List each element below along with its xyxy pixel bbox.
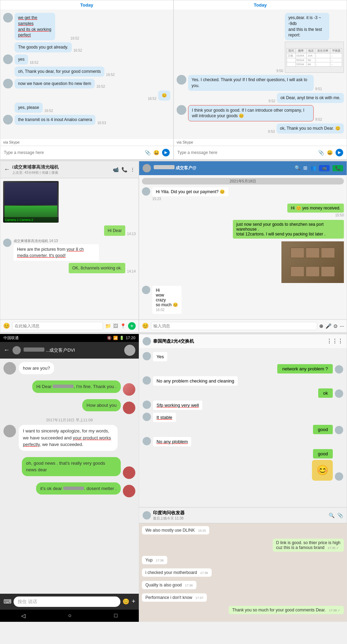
msg-row: We also mostly use DLINK 15:25 <box>142 526 344 536</box>
chat-messages-right: 9:50 yes,dear. it is -3 ~ -9dband this i… <box>174 10 347 138</box>
add-icon[interactable]: + <box>128 322 136 330</box>
avatar <box>3 54 13 64</box>
message-bubble: The goods you got already. <box>15 42 72 52</box>
msg-row: it's ok dear . dosent metter . <box>3 482 135 498</box>
chat-input-bar-left[interactable]: 📎 😀 ▶ <box>0 146 173 159</box>
msg-row: No any problem checking and cleaning <box>143 376 343 386</box>
message-bubble: Yes. I checked. Thank you! If I find oth… <box>188 75 314 91</box>
search-icon-whatsapp[interactable]: 🔍 <box>329 513 335 518</box>
avatar <box>143 164 151 172</box>
message-time: 15:23 <box>152 197 228 201</box>
msg-row: D link is good. so thier price is highcu… <box>142 539 344 554</box>
paperclip-icon[interactable]: 📎 <box>145 150 151 155</box>
message-bubble: good <box>313 425 333 434</box>
paperclip-icon-whatsapp[interactable]: 📎 <box>337 513 343 518</box>
avatar-header <box>143 511 151 520</box>
emoji-button-phone[interactable]: 😊 <box>122 598 129 605</box>
users-icon[interactable]: 👥 <box>310 165 316 171</box>
middle-right-input-bar[interactable]: 😊 ⊕ 🎤 ⊙ ··· <box>139 319 347 332</box>
message-time: 15:50 <box>287 213 344 217</box>
message-time: 16:52 <box>74 49 82 52</box>
wechat-message-input[interactable] <box>12 322 103 330</box>
keyboard-icon[interactable]: ⌨ <box>3 598 11 605</box>
msg-row: I think your goods is good. If I can int… <box>177 105 344 122</box>
emoji-button[interactable]: 😊 <box>3 323 10 329</box>
camera-images-row: Camera 1 Camera 2 <box>3 181 136 223</box>
search-icon[interactable]: 🔍 <box>295 165 301 171</box>
avatar <box>142 187 150 196</box>
msg-row <box>142 241 344 283</box>
video-icon[interactable]: 📹 <box>113 167 119 172</box>
message-time: 16:53 <box>97 121 106 125</box>
emoji-icon[interactable]: 😊 <box>142 323 149 329</box>
phone-call-button[interactable]: 📞 <box>332 165 343 171</box>
msg-row: It stable <box>143 413 343 422</box>
send-button-right[interactable]: ▶ <box>336 149 343 156</box>
avatar-header <box>143 337 151 345</box>
phone-nav-bar: ◁ ○ □ <box>0 610 139 622</box>
middle-chat-row: ← /成交柬埔寨高清光端机 上次至: 43分钟前 | 传媒 | 搜索 📹 📞 ⋮ <box>0 161 347 333</box>
avatar <box>3 79 13 88</box>
sender-avatar <box>335 472 343 481</box>
video-call-button[interactable]: 📹 <box>319 165 330 171</box>
via-skype-label: via Skype <box>0 138 173 146</box>
panel-title: 泰国闸盘2光4交换机 <box>153 338 194 344</box>
msg-row: ok <box>143 388 343 398</box>
message-bubble: We also mostly use DLINK 15:25 <box>142 526 209 534</box>
attach-icon[interactable]: 📁 <box>105 323 111 329</box>
message-bubble: OK, 8channels working ok. <box>69 263 125 273</box>
carrier-label: 中国联通 <box>3 335 19 341</box>
more-icon-2[interactable]: ⊕ <box>319 323 323 329</box>
message-time: 15:25 <box>198 529 206 532</box>
phone-messages: how are you? Hi Dear , I'm fine. Thank y… <box>0 359 139 594</box>
boxes-image <box>281 241 344 283</box>
image-icon[interactable]: 🖼 <box>113 323 118 329</box>
phone-header: ← ...成交客户DVI <box>0 342 139 359</box>
more-button-phone[interactable]: + <box>132 598 135 605</box>
wechat-header-left: ← /成交柬埔寨高清光端机 上次至: 43分钟前 | 传媒 | 搜索 📹 📞 ⋮ <box>0 161 138 178</box>
more-button[interactable]: ⋮⋮⋮ <box>327 338 343 344</box>
msg-row: Hi Yilia. Did you get our payment? 😊 15:… <box>142 187 344 201</box>
location-icon[interactable]: 📍 <box>120 323 126 329</box>
nav-home-button[interactable]: ○ <box>68 612 71 619</box>
chat-input-bar-right[interactable]: 📎 😀 ▶ <box>174 146 347 159</box>
emoji-icon[interactable]: 😀 <box>327 150 333 155</box>
message-bubble: 😊 <box>158 91 170 101</box>
emoji-icon[interactable]: 😀 <box>153 150 159 155</box>
wechat-input-bar-left[interactable]: 😊 📁 🖼 📍 + <box>0 319 138 332</box>
avatar <box>3 115 13 124</box>
message-time: 9:52 <box>269 99 275 103</box>
nav-back-button[interactable]: ◁ <box>21 612 25 619</box>
grid-icon[interactable]: ⊞ <box>303 165 307 171</box>
paperclip-icon[interactable]: 📎 <box>318 150 324 155</box>
wifi-icon: 🔇 <box>107 336 112 340</box>
message-input[interactable] <box>151 322 317 330</box>
message-input-right[interactable] <box>177 150 318 155</box>
network-chat-messages: Yes network any problem ? No any problem… <box>139 349 347 507</box>
message-time: 17:36 <box>156 559 164 562</box>
phone-input-bar[interactable]: ⌨ 按住 说话 😊 + <box>0 594 139 610</box>
send-icon[interactable]: ⊙ <box>333 323 338 329</box>
msg-row: oh, good news . that's really very goods… <box>3 457 135 479</box>
message-time: 16:52 <box>30 61 39 65</box>
message-input[interactable] <box>4 150 145 155</box>
nav-menu-button[interactable]: □ <box>114 612 118 619</box>
back-button[interactable]: ← <box>3 346 10 354</box>
back-icon[interactable]: ← <box>4 166 10 173</box>
phone-icon[interactable]: 📞 <box>121 167 127 172</box>
voice-input-button[interactable]: 按住 说话 <box>14 596 120 607</box>
top-chat-row: Today we get the samples and its ok work… <box>0 0 347 160</box>
message-bubble: yes,dear. it is -3 ~ -9dband this is the… <box>285 13 329 40</box>
underlined-text: No any ploblem <box>156 439 188 444</box>
record-icon[interactable]: 🎤 <box>325 323 331 329</box>
avatar <box>177 105 186 115</box>
message-bubble: I think your goods is good. If I can int… <box>188 105 314 122</box>
msg-row: network any problem ? <box>143 364 343 373</box>
send-button[interactable]: ▶ <box>162 149 170 156</box>
msg-row: Hi 😊 yes money received. 15:50 <box>142 204 344 217</box>
message-bubble: Thank you so much for your good comments… <box>229 606 344 614</box>
camera-overlay: Camera 1 Camera 2 <box>3 217 59 223</box>
dots-icon[interactable]: ··· <box>340 323 344 329</box>
more-icon[interactable]: ⋮ <box>130 167 135 172</box>
avatar <box>142 286 150 294</box>
